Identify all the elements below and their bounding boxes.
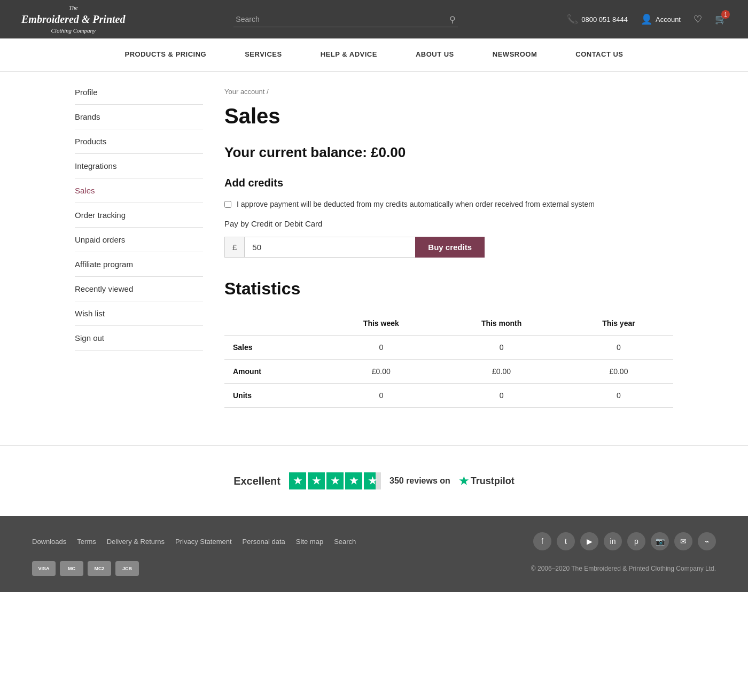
- stats-col-month: This month: [439, 312, 564, 336]
- stats-sales-label: Sales: [224, 336, 323, 360]
- star-1: ★: [289, 472, 306, 489]
- sidebar-item-integrations[interactable]: Integrations: [75, 154, 203, 178]
- site-footer: Downloads Terms Delivery & Returns Priva…: [0, 516, 748, 592]
- sidebar-item-recently-viewed[interactable]: Recently viewed: [75, 277, 203, 301]
- stats-sales-year: 0: [564, 336, 673, 360]
- rss-icon[interactable]: ⌁: [698, 532, 716, 550]
- cart-link[interactable]: 🛒 1: [715, 13, 727, 25]
- trustpilot-excellent: Excellent: [233, 475, 280, 487]
- mastercard-icon: MC: [60, 561, 83, 576]
- balance-display: Your current balance: £0.00: [224, 144, 673, 161]
- email-icon[interactable]: ✉: [674, 532, 692, 550]
- facebook-icon[interactable]: f: [533, 532, 551, 550]
- phone-icon: 📞: [566, 13, 578, 25]
- approve-payment-label: I approve payment will be deducted from …: [237, 200, 595, 208]
- search-button[interactable]: ⚲: [449, 14, 456, 25]
- stats-units-week: 0: [323, 384, 439, 408]
- stats-row-amount: Amount £0.00 £0.00 £0.00: [224, 360, 673, 384]
- stats-sales-month: 0: [439, 336, 564, 360]
- footer-link-personal-data[interactable]: Personal data: [243, 538, 285, 546]
- youtube-icon[interactable]: ▶: [580, 532, 598, 550]
- pay-method-label: Pay by Credit or Debit Card: [224, 219, 673, 228]
- approve-payment-checkbox[interactable]: [224, 201, 231, 208]
- stats-row-units: Units 0 0 0: [224, 384, 673, 408]
- logo-line3: Clothing Company: [21, 27, 125, 35]
- footer-link-privacy[interactable]: Privacy Statement: [175, 538, 232, 546]
- footer-link-downloads[interactable]: Downloads: [32, 538, 66, 546]
- wishlist-link[interactable]: ♡: [694, 13, 702, 25]
- sidebar-item-sign-out[interactable]: Sign out: [75, 326, 203, 351]
- phone-number: 0800 051 8444: [581, 15, 628, 24]
- trust-stars: ★ ★ ★ ★ ★: [289, 472, 381, 489]
- currency-symbol: £: [224, 237, 244, 258]
- payment-icons: VISA MC MC2 JCB: [32, 561, 139, 576]
- header-actions: 📞 0800 051 8444 👤 Account ♡ 🛒 1: [566, 13, 727, 25]
- buy-credits-button[interactable]: Buy credits: [415, 237, 485, 258]
- jcb-icon: JCB: [115, 561, 139, 576]
- sidebar-item-products[interactable]: Products: [75, 129, 203, 154]
- breadcrumb: Your account /: [224, 88, 673, 96]
- phone-link[interactable]: 📞 0800 051 8444: [566, 13, 628, 25]
- page-container: Profile Brands Products Integrations Sal…: [53, 72, 695, 424]
- stats-amount-month: £0.00: [439, 360, 564, 384]
- footer-nav-links: Downloads Terms Delivery & Returns Priva…: [32, 538, 356, 546]
- amount-input[interactable]: [244, 237, 415, 258]
- nav-products-pricing[interactable]: PRODUCTS & PRICING: [105, 38, 225, 71]
- stats-amount-year: £0.00: [564, 360, 673, 384]
- nav-help-advice[interactable]: HELP & ADVICE: [301, 38, 396, 71]
- credits-input-row: £ Buy credits: [224, 237, 673, 258]
- footer-link-sitemap[interactable]: Site map: [296, 538, 323, 546]
- sidebar: Profile Brands Products Integrations Sal…: [75, 88, 203, 408]
- sidebar-item-profile[interactable]: Profile: [75, 88, 203, 105]
- sidebar-item-affiliate[interactable]: Affiliate program: [75, 252, 203, 277]
- footer-copyright: © 2006–2020 The Embroidered & Printed Cl…: [531, 565, 716, 572]
- stats-amount-week: £0.00: [323, 360, 439, 384]
- stats-row-sales: Sales 0 0 0: [224, 336, 673, 360]
- footer-link-delivery[interactable]: Delivery & Returns: [107, 538, 165, 546]
- account-icon: 👤: [641, 13, 652, 25]
- sidebar-item-order-tracking[interactable]: Order tracking: [75, 203, 203, 228]
- stats-col-label: [224, 312, 323, 336]
- star-3: ★: [326, 472, 344, 489]
- nav-newsroom[interactable]: NEWSROOM: [473, 38, 556, 71]
- twitter-icon[interactable]: t: [557, 532, 575, 550]
- sidebar-item-wish-list[interactable]: Wish list: [75, 301, 203, 326]
- logo-line2: Embroidered & Printed: [21, 12, 125, 27]
- page-title: Sales: [224, 104, 673, 128]
- trust-reviews: 350 reviews on: [389, 476, 450, 486]
- stats-units-year: 0: [564, 384, 673, 408]
- nav-services[interactable]: SERVICES: [225, 38, 301, 71]
- sidebar-item-unpaid-orders[interactable]: Unpaid orders: [75, 228, 203, 252]
- main-navigation: PRODUCTS & PRICING SERVICES HELP & ADVIC…: [0, 38, 748, 72]
- nav-contact-us[interactable]: CONTACT US: [556, 38, 642, 71]
- main-content: Your account / Sales Your current balanc…: [224, 88, 673, 408]
- statistics-table: This week This month This year Sales 0 0…: [224, 312, 673, 408]
- sidebar-item-brands[interactable]: Brands: [75, 105, 203, 129]
- instagram-icon[interactable]: 📷: [651, 532, 669, 550]
- pinterest-icon[interactable]: p: [627, 532, 645, 550]
- add-credits-title: Add credits: [224, 177, 673, 189]
- trustpilot-logo: ★ Trustpilot: [459, 475, 515, 487]
- approve-payment-row: I approve payment will be deducted from …: [224, 200, 673, 208]
- stats-col-year: This year: [564, 312, 673, 336]
- star-2: ★: [308, 472, 325, 489]
- linkedin-icon[interactable]: in: [604, 532, 622, 550]
- stats-sales-week: 0: [323, 336, 439, 360]
- nav-about-us[interactable]: ABOUT US: [396, 38, 473, 71]
- statistics-title: Statistics: [224, 279, 673, 299]
- sidebar-item-sales[interactable]: Sales: [75, 178, 203, 203]
- search-input[interactable]: [233, 12, 458, 27]
- site-header: The Embroidered & Printed Clothing Compa…: [0, 0, 748, 38]
- maestro-icon: MC2: [88, 561, 111, 576]
- footer-link-terms[interactable]: Terms: [77, 538, 96, 546]
- footer-link-search[interactable]: Search: [334, 538, 356, 546]
- trustpilot-section: Excellent ★ ★ ★ ★ ★ 350 reviews on ★ Tru…: [0, 445, 748, 516]
- stats-col-week: This week: [323, 312, 439, 336]
- heart-icon: ♡: [694, 13, 702, 25]
- cart-badge: 1: [721, 10, 730, 19]
- search-container: ⚲: [233, 12, 458, 27]
- footer-links-row: Downloads Terms Delivery & Returns Priva…: [32, 532, 716, 550]
- logo[interactable]: The Embroidered & Printed Clothing Compa…: [21, 4, 125, 35]
- account-link[interactable]: 👤 Account: [641, 13, 681, 25]
- trustpilot-logo-text: Trustpilot: [471, 476, 515, 487]
